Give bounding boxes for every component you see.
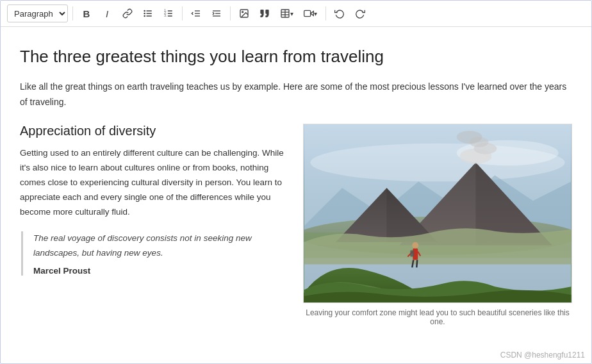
ordered-list-button[interactable]: 1.2.3.: [160, 4, 177, 22]
svg-rect-11: [168, 15, 172, 16]
toolbar-divider-1: [72, 6, 73, 21]
blockquote-button[interactable]: [256, 4, 274, 22]
svg-point-2: [144, 13, 145, 15]
svg-rect-7: [168, 10, 172, 11]
svg-rect-25: [304, 10, 311, 16]
bold-button[interactable]: B: [78, 4, 95, 22]
table-button[interactable]: ▾: [276, 4, 297, 22]
intro-paragraph: Like all the great things on earth trave…: [20, 79, 572, 110]
quote-author: Marcel Proust: [33, 266, 288, 276]
link-button[interactable]: [119, 4, 136, 22]
toolbar-divider-3: [230, 6, 231, 21]
svg-point-19: [242, 12, 243, 13]
svg-point-4: [144, 15, 145, 17]
svg-marker-24: [311, 12, 314, 16]
svg-point-0: [144, 10, 145, 12]
image-container: Leaving your comfort zone might lead you…: [303, 124, 572, 326]
section1-body: Getting used to an entirely different cu…: [20, 146, 288, 220]
video-button[interactable]: ▾: [300, 4, 321, 22]
italic-button[interactable]: I: [98, 4, 116, 22]
blockquote: The real voyage of discovery consists no…: [21, 231, 288, 276]
image-column: Leaving your comfort zone might lead you…: [303, 124, 572, 326]
paragraph-select[interactable]: Paragraph: [7, 4, 68, 22]
svg-point-41: [412, 242, 418, 249]
section1-heading: Appreciation of diversity: [20, 124, 288, 138]
undo-button[interactable]: [331, 4, 349, 22]
watermark: CSDN @heshengfu1211: [1, 348, 591, 363]
outdent-button[interactable]: [187, 4, 205, 22]
svg-rect-46: [410, 251, 414, 257]
article-title: The three greatest things you learn from…: [20, 46, 572, 68]
watermark-text: CSDN @heshengfu1211: [500, 351, 585, 360]
image-caption: Leaving your comfort zone might lead you…: [303, 308, 572, 326]
redo-button[interactable]: [351, 4, 369, 22]
image-button[interactable]: [235, 4, 253, 22]
svg-text:3.: 3.: [164, 14, 167, 17]
svg-line-43: [416, 260, 417, 268]
svg-rect-3: [146, 13, 152, 13]
indent-button[interactable]: [208, 4, 226, 22]
bullet-list-button[interactable]: [139, 4, 157, 22]
editor-container: Paragraph B I 1.2.3. ▾: [0, 0, 592, 364]
toolbar-divider-2: [182, 6, 183, 21]
svg-rect-9: [168, 13, 172, 13]
quote-text: The real voyage of discovery consists no…: [33, 231, 288, 261]
svg-point-37: [457, 131, 482, 144]
svg-rect-5: [146, 15, 152, 16]
volcano-image: [303, 124, 572, 303]
text-column: Appreciation of diversity Getting used t…: [20, 124, 288, 326]
toolbar: Paragraph B I 1.2.3. ▾: [1, 1, 591, 27]
content-area[interactable]: The three greatest things you learn from…: [1, 27, 591, 348]
svg-rect-1: [146, 10, 152, 11]
toolbar-divider-4: [325, 6, 326, 21]
content-columns: Appreciation of diversity Getting used t…: [20, 124, 572, 326]
